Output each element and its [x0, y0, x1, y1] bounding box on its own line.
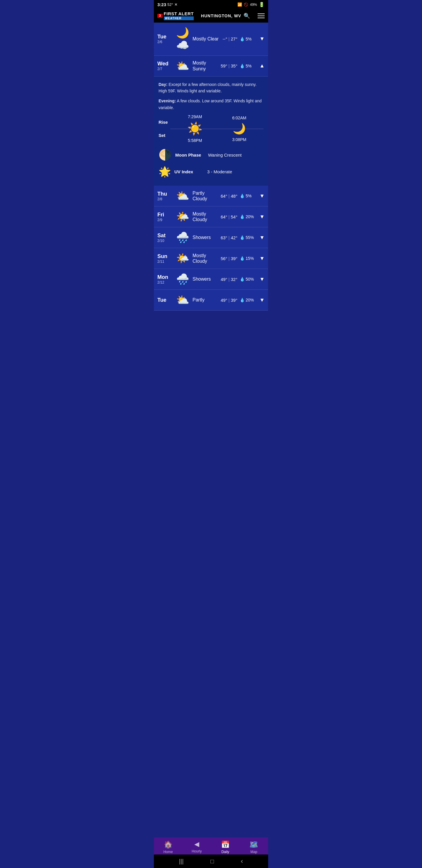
battery-percent: 49%	[250, 3, 257, 7]
precip-percent: 55%	[246, 235, 254, 240]
sun-set-time: 5:58PM	[188, 138, 202, 143]
evening-description: Evening: A few clouds. Low around 35F. W…	[159, 98, 263, 111]
day-date: 2/8	[157, 197, 173, 201]
sun-rise-time: 7:29AM	[188, 114, 202, 119]
droplet-icon: 💧	[240, 193, 245, 198]
set-label: Set	[159, 133, 168, 138]
sun-icon: ☀️	[187, 121, 202, 136]
weather-icon: 🌤️	[175, 252, 190, 265]
low-temp: 39°	[231, 256, 237, 261]
day-row-fri-2/9[interactable]: Fri 2/9 🌤️ Mostly Cloudy 64° | 54° 💧 20%…	[154, 207, 268, 227]
moon-phase-icon: 🌗	[159, 149, 172, 161]
day-name: Fri	[157, 212, 173, 218]
temperatures: 49° | 32°	[221, 277, 237, 282]
search-icon[interactable]: 🔍	[244, 12, 250, 19]
precip-percent: 20%	[246, 298, 254, 302]
day-date: 2/9	[157, 218, 173, 222]
brand-text: FIRST ALERT WEATHER	[164, 11, 194, 20]
day-info: Tue 2/6	[157, 34, 173, 44]
day-row-sat-2/10[interactable]: Sat 2/10 🌧️ Showers 63° | 42° 💧 55% ▼	[154, 227, 268, 248]
precipitation: 💧 50%	[240, 277, 256, 281]
weather-icon: 🌧️	[175, 231, 190, 244]
precip-percent: 50%	[246, 277, 254, 281]
moon-phase-row: 🌗 Moon Phase Waning Crescent	[159, 146, 263, 163]
day-name: Tue	[157, 297, 173, 303]
temp-sep: |	[229, 235, 230, 240]
expand-chevron: ▼	[259, 214, 265, 220]
day-row-tue-2/6[interactable]: Tue 2/6 🌙☁️ Mostly Clear --° | 27° 💧 5% …	[154, 23, 268, 56]
low-temp: 27°	[231, 36, 237, 41]
day-date: 2/11	[157, 259, 173, 264]
moon-icon: 🌙	[233, 123, 246, 135]
high-temp: 49°	[221, 277, 227, 282]
day-name: Wed	[157, 61, 173, 67]
weather-icon: 🌙☁️	[175, 27, 190, 51]
precip-percent: 5%	[246, 193, 252, 198]
temp-sep: |	[229, 193, 230, 198]
day-info: Tue	[157, 297, 173, 303]
status-time: 3:23	[157, 2, 166, 7]
weather-icon: ⛅	[175, 60, 190, 72]
day-name: Mon	[157, 274, 173, 280]
detail-panel-wed: Day: Except for a few afternoon clouds, …	[154, 76, 268, 186]
condition-text: Showers	[193, 235, 218, 240]
high-temp: 59°	[221, 63, 227, 68]
day-info: Fri 2/9	[157, 212, 173, 222]
day-info: Sun 2/11	[157, 253, 173, 264]
day-row-mon-2/12[interactable]: Mon 2/12 🌧️ Showers 49° | 32° 💧 50% ▼	[154, 269, 268, 290]
high-temp: 49°	[221, 298, 227, 303]
precipitation: 💧 5%	[240, 37, 256, 41]
moon-set-time: 3:08PM	[232, 137, 246, 142]
temp-sep: |	[229, 298, 230, 303]
day-row-wed-2/7[interactable]: Wed 2/7 ⛅ Mostly Sunny 59° | 35° 💧 5% ▲	[154, 56, 268, 76]
day-date: 2/12	[157, 280, 173, 284]
weather-icon: 🌧️	[175, 273, 190, 285]
temperatures: --° | 27°	[223, 36, 238, 41]
precipitation: 💧 20%	[240, 214, 256, 219]
droplet-icon: 💧	[240, 256, 245, 261]
day-name: Thu	[157, 191, 173, 197]
condition-text: Mostly Sunny	[193, 60, 218, 71]
moon-phase-value: Waning Crescent	[208, 153, 242, 157]
low-temp: 39°	[231, 298, 237, 303]
precip-percent: 5%	[246, 37, 252, 41]
temperatures: 56° | 39°	[221, 256, 237, 261]
channel-logo: 3	[157, 14, 163, 18]
x-icon: ✕	[174, 2, 177, 7]
low-temp: 32°	[231, 277, 237, 282]
droplet-icon: 💧	[240, 64, 245, 68]
droplet-icon: 💧	[240, 277, 245, 281]
day-date: 2/7	[157, 67, 173, 71]
status-left: 3:23 52° ✕	[157, 2, 177, 7]
rise-set-section: Rise Set 7:29AM ☀️ 5:58PM 6:02AM	[159, 114, 263, 143]
rise-set-labels: Rise Set	[159, 120, 168, 138]
day-name: Sat	[157, 232, 173, 239]
high-temp: 64°	[221, 214, 227, 219]
condition-text: Mostly Clear	[193, 36, 220, 42]
low-temp: 35°	[231, 63, 237, 68]
rise-label: Rise	[159, 120, 168, 125]
day-row-thu-2/8[interactable]: Thu 2/8 ⛅ Partly Cloudy 64° | 48° 💧 5% ▼	[154, 186, 268, 207]
high-temp: 56°	[221, 256, 227, 261]
day-rows: Tue 2/6 🌙☁️ Mostly Clear --° | 27° 💧 5% …	[154, 23, 268, 311]
expand-chevron: ▼	[259, 276, 265, 282]
precipitation: 💧 5%	[240, 64, 256, 68]
status-bar: 3:23 52° ✕ 📶 🚫 49% 🔋	[154, 0, 268, 9]
day-info: Mon 2/12	[157, 274, 173, 284]
low-temp: 48°	[231, 193, 237, 198]
day-row-tue-7[interactable]: Tue ⛅ Partly 49° | 39° 💧 20% ▼	[154, 290, 268, 311]
precipitation: 💧 5%	[240, 193, 256, 198]
day-row-sun-2/11[interactable]: Sun 2/11 🌤️ Mostly Cloudy 56° | 39° 💧 15…	[154, 248, 268, 269]
wifi-icon: 📶	[237, 2, 242, 7]
temp-sep: |	[229, 214, 230, 219]
droplet-icon: 💧	[240, 214, 245, 219]
expand-chevron: ▼	[259, 297, 265, 303]
condition-text: Mostly Cloudy	[193, 253, 218, 264]
expand-chevron: ▼	[259, 255, 265, 261]
battery-icon: 🔋	[259, 2, 265, 7]
menu-button[interactable]	[258, 13, 265, 18]
moon-phase-label: Moon Phase	[175, 153, 204, 157]
condition-text: Partly	[193, 297, 218, 303]
condition-text: Partly Cloudy	[193, 190, 218, 202]
high-temp: 64°	[221, 193, 227, 198]
